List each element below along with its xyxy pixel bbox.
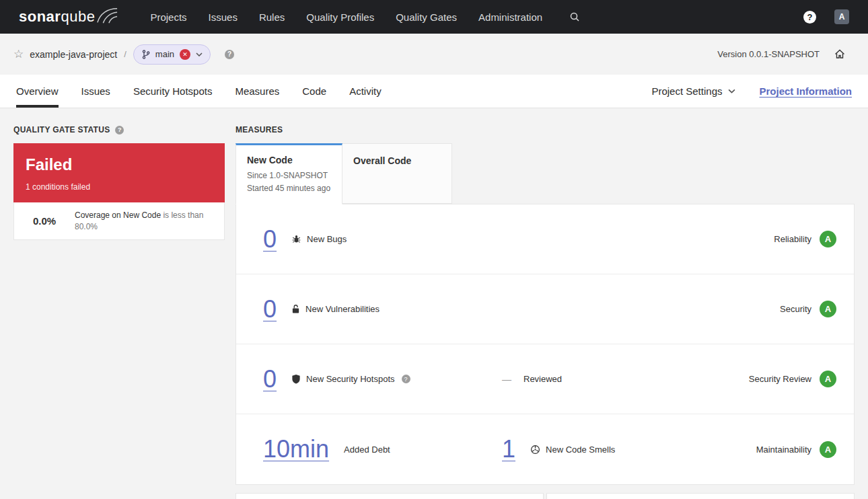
condition-value: 0.0% <box>14 215 75 227</box>
branch-help-icon[interactable]: ? <box>225 50 234 59</box>
quality-gate-card: Failed 1 conditions failed 0.0% Coverage… <box>13 143 225 240</box>
nav-item-projects[interactable]: Projects <box>150 11 186 23</box>
measure-domain: Security Review <box>749 374 811 384</box>
duplications-panel-partial <box>546 493 855 499</box>
tab-overview[interactable]: Overview <box>16 75 59 108</box>
nav-item-issues[interactable]: Issues <box>209 11 238 23</box>
failed-condition-row[interactable]: 0.0% Coverage on New Code is less than 8… <box>13 202 225 240</box>
measure-middle: — Reviewed <box>502 374 749 385</box>
sonarqube-logo[interactable]: sonarqube <box>19 8 118 26</box>
tab-activity[interactable]: Activity <box>349 75 382 108</box>
measure-label-group: Added Debt <box>344 445 390 455</box>
bug-icon <box>291 234 301 244</box>
new-security-hotspots-count[interactable]: 0 <box>263 367 277 391</box>
overview-content: QUALITY GATE STATUS ? Failed 1 condition… <box>0 108 868 499</box>
nav-item-quality-gates[interactable]: Quality Gates <box>396 11 457 23</box>
search-icon[interactable] <box>569 11 580 22</box>
project-version: Version 0.0.1-SNAPSHOT <box>717 49 820 59</box>
measure-row-reliability: 0 New Bugs <box>236 204 854 274</box>
tab-new-code[interactable]: New Code Since 1.0-SNAPSHOT Started 45 m… <box>236 143 342 204</box>
branch-name: main <box>155 49 174 59</box>
navbar-right: ? A <box>803 9 849 24</box>
measure-domain: Maintainability <box>756 445 811 455</box>
quality-gate-status-panel: Failed 1 conditions failed <box>13 143 225 202</box>
chevron-down-icon <box>728 89 735 93</box>
security-review-rating-badge: A <box>820 371 836 387</box>
shield-icon <box>291 374 301 384</box>
measure-row-maintainability: 10min Added Debt 1 <box>236 414 854 484</box>
overall-code-tab-title: Overall Code <box>353 155 441 166</box>
new-code-tab-title: New Code <box>247 155 331 165</box>
branch-quality-gate-failed-icon: ✕ <box>180 49 190 60</box>
avatar[interactable]: A <box>834 9 849 24</box>
measure-label: New Bugs <box>307 234 347 244</box>
measure-domain: Reliability <box>774 234 811 244</box>
quality-gate-section: QUALITY GATE STATUS ? Failed 1 condition… <box>13 108 225 240</box>
security-rating-badge: A <box>820 301 836 317</box>
measure-left: 0 New Security Hotspots ? <box>263 367 502 391</box>
new-code-smells-count[interactable]: 1 <box>502 437 515 461</box>
measures-heading: MEASURES <box>236 125 283 135</box>
logo-swoosh-icon <box>96 7 118 24</box>
next-section-row <box>236 493 855 499</box>
breadcrumb-right: Version 0.0.1-SNAPSHOT <box>717 49 845 59</box>
measures-tabs: New Code Since 1.0-SNAPSHOT Started 45 m… <box>236 143 855 204</box>
chevron-down-icon <box>196 52 203 56</box>
breadcrumb: ☆ example-java-project / main ✕ ? Versio… <box>0 34 868 75</box>
breadcrumb-project-name[interactable]: example-java-project <box>30 49 117 60</box>
added-debt-value[interactable]: 10min <box>263 437 329 461</box>
measure-left: 0 New Vulnerabilities <box>263 297 502 321</box>
breadcrumb-separator: / <box>124 49 126 59</box>
new-code-started: Started 45 minutes ago <box>247 184 331 193</box>
nav-item-administration[interactable]: Administration <box>478 11 542 23</box>
favorite-star-icon[interactable]: ☆ <box>13 48 24 60</box>
measures-heading-row: MEASURES <box>236 125 855 135</box>
tab-code[interactable]: Code <box>302 75 326 108</box>
branch-icon <box>142 50 150 59</box>
new-vulnerabilities-count[interactable]: 0 <box>263 297 277 321</box>
nav-item-quality-profiles[interactable]: Quality Profiles <box>306 11 374 23</box>
tab-security-hotspots[interactable]: Security Hotspots <box>133 75 213 108</box>
open-lock-icon <box>291 304 300 314</box>
project-tabs: Overview Issues Security Hotspots Measur… <box>16 75 382 108</box>
condition-description: Coverage on New Code is less than 80.0% <box>75 210 212 231</box>
hotspots-help-icon[interactable]: ? <box>402 375 410 383</box>
measure-label-group: New Vulnerabilities <box>291 304 379 314</box>
project-tabbar: Overview Issues Security Hotspots Measur… <box>0 75 868 108</box>
measure-row-security-review: 0 New Security Hotspots ? — Reviewed <box>236 344 854 414</box>
tab-measures[interactable]: Measures <box>235 75 279 108</box>
measures-panel: 0 New Bugs <box>236 204 855 485</box>
measure-label-group: New Security Hotspots ? <box>291 374 410 384</box>
project-information-link[interactable]: Project Information <box>759 85 852 97</box>
code-smell-icon <box>530 445 540 455</box>
quality-gate-help-icon[interactable]: ? <box>115 126 124 135</box>
quality-gate-heading-row: QUALITY GATE STATUS ? <box>13 125 225 135</box>
measure-domain: Security <box>780 304 811 314</box>
tab-issues[interactable]: Issues <box>81 75 110 108</box>
new-code-smells-label: New Code Smells <box>546 445 615 455</box>
tab-overall-code[interactable]: Overall Code <box>342 143 452 204</box>
maintainability-rating-badge: A <box>820 441 836 458</box>
home-icon[interactable] <box>834 49 845 59</box>
project-settings-menu[interactable]: Project Settings <box>651 85 735 97</box>
quality-gate-status: Failed <box>26 155 213 174</box>
measures-section: MEASURES New Code Since 1.0-SNAPSHOT Sta… <box>236 108 855 499</box>
logo-text-light: qube <box>61 8 95 25</box>
measure-right: Security A <box>780 301 836 317</box>
measure-left: 0 New Bugs <box>263 227 502 252</box>
added-debt-label: Added Debt <box>344 445 390 455</box>
branch-selector[interactable]: main ✕ <box>133 44 211 65</box>
logo-text-bold: sonar <box>19 8 61 25</box>
nav-item-rules[interactable]: Rules <box>259 11 285 23</box>
new-bugs-count[interactable]: 0 <box>263 227 277 252</box>
main-navigation: Projects Issues Rules Quality Profiles Q… <box>150 11 542 23</box>
measure-label-group: New Bugs <box>291 234 347 244</box>
top-navbar: sonarqube Projects Issues Rules Quality … <box>0 0 868 34</box>
measure-right: Maintainability A <box>756 441 836 458</box>
reviewed-percentage-dash: — <box>502 374 511 385</box>
condition-metric: Coverage on New Code <box>75 210 161 220</box>
coverage-panel-partial <box>236 493 544 499</box>
help-icon[interactable]: ? <box>803 11 816 24</box>
measure-label: New Vulnerabilities <box>305 304 379 314</box>
measure-middle: 1 New Code Smells <box>502 437 756 461</box>
